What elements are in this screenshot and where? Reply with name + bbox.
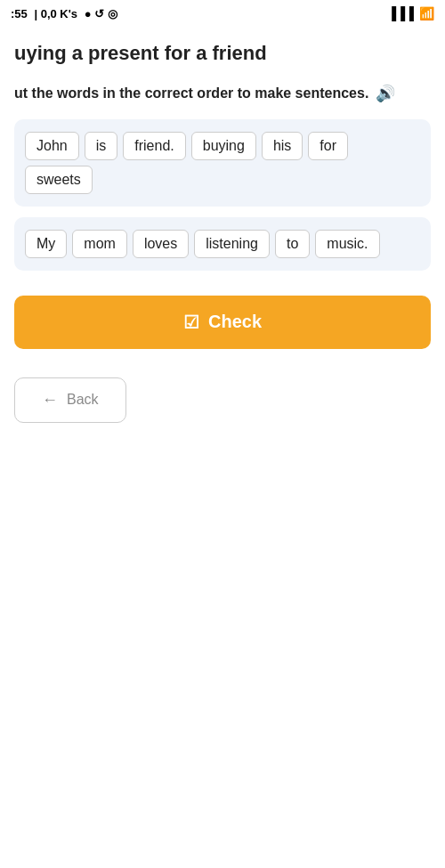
- word-tile[interactable]: John: [25, 132, 79, 160]
- back-label: Back: [67, 392, 99, 408]
- status-time-area: :55 | 0,0 K's ● ↺ ◎: [11, 7, 117, 20]
- sound-icon[interactable]: 🔊: [376, 83, 395, 105]
- word-tile[interactable]: friend.: [123, 132, 185, 160]
- word-tile[interactable]: his: [262, 132, 303, 160]
- instruction-text: ut the words in the correct order to mak…: [14, 83, 431, 105]
- check-label: Check: [208, 312, 262, 332]
- sentence-area-1: John is friend. buying his for sweets: [14, 119, 431, 207]
- signal-icon: ▐▐▐: [387, 6, 414, 20]
- word-tile[interactable]: sweets: [25, 166, 93, 194]
- status-network: | 0,0 K's: [31, 7, 77, 20]
- check-icon: ☑: [183, 312, 199, 333]
- check-button-container: ☑ Check: [0, 281, 445, 363]
- back-arrow-icon: ←: [42, 391, 58, 410]
- word-tile[interactable]: for: [308, 132, 348, 160]
- word-tile[interactable]: listening: [194, 230, 270, 258]
- main-content: uying a present for a friend ut the word…: [0, 27, 445, 271]
- word-tile[interactable]: is: [85, 132, 118, 160]
- word-tile[interactable]: My: [25, 230, 67, 258]
- sentence-area-2: My mom loves listening to music.: [14, 217, 431, 271]
- word-tiles-1: John is friend. buying his for sweets: [25, 132, 420, 194]
- back-button-container: ← Back: [0, 377, 445, 437]
- word-tiles-2: My mom loves listening to music.: [25, 230, 420, 258]
- check-button[interactable]: ☑ Check: [14, 296, 431, 349]
- word-tile[interactable]: loves: [133, 230, 189, 258]
- back-button[interactable]: ← Back: [14, 377, 126, 423]
- word-tile[interactable]: buying: [191, 132, 256, 160]
- status-time: :55: [11, 7, 28, 20]
- word-tile[interactable]: mom: [72, 230, 127, 258]
- status-icons: ● ↺ ◎: [81, 7, 117, 20]
- wifi-icon: 📶: [419, 6, 434, 20]
- status-right-icons: ▐▐▐ 📶: [387, 6, 434, 20]
- word-tile[interactable]: to: [275, 230, 310, 258]
- page-title: uying a present for a friend: [14, 41, 431, 67]
- word-tile[interactable]: music.: [315, 230, 379, 258]
- status-bar: :55 | 0,0 K's ● ↺ ◎ ▐▐▐ 📶: [0, 0, 445, 27]
